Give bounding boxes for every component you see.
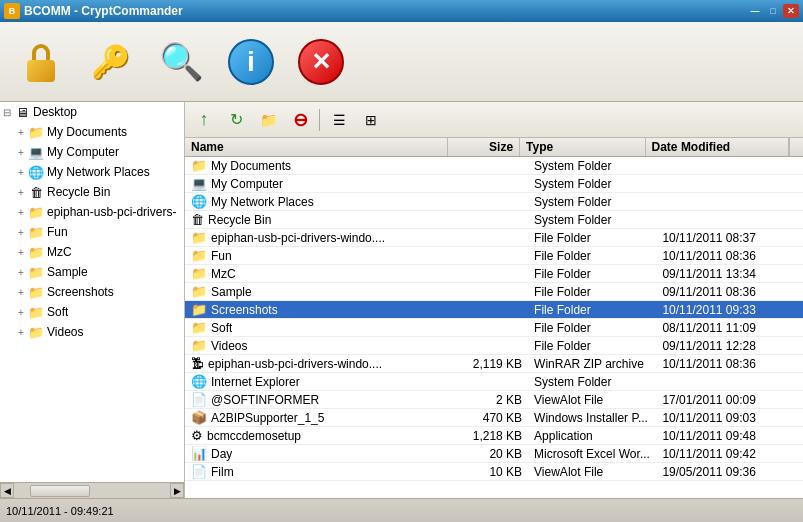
file-icon: 📄 bbox=[191, 392, 207, 407]
table-row[interactable]: 📄Film10 KBViewAlot File19/05/2011 09:36 bbox=[185, 463, 803, 481]
cell-type: File Folder bbox=[528, 266, 656, 282]
table-row[interactable]: ⚙bcmccdemosetup1,218 KBApplication10/11/… bbox=[185, 427, 803, 445]
tree-expand-icon[interactable]: + bbox=[14, 205, 28, 219]
col-header-size[interactable]: Size bbox=[448, 138, 520, 156]
tree-item-desktop[interactable]: ⊟🖥Desktop bbox=[0, 102, 184, 122]
navigate-up-button[interactable]: ↑ bbox=[189, 106, 219, 134]
search-button[interactable] bbox=[150, 31, 212, 93]
file-name: Internet Explorer bbox=[211, 375, 300, 389]
cell-size bbox=[454, 309, 528, 311]
col-header-spacer bbox=[789, 138, 803, 156]
table-row[interactable]: 🌐Internet ExplorerSystem Folder bbox=[185, 373, 803, 391]
cell-type: System Folder bbox=[528, 212, 656, 228]
table-row[interactable]: 📁SoftFile Folder08/11/2011 11:09 bbox=[185, 319, 803, 337]
tree-item-label: Videos bbox=[47, 325, 83, 339]
table-row[interactable]: 💻My ComputerSystem Folder bbox=[185, 175, 803, 193]
table-row[interactable]: 📦A2BIPSupporter_1_5470 KBWindows Install… bbox=[185, 409, 803, 427]
table-row[interactable]: 📁My DocumentsSystem Folder bbox=[185, 157, 803, 175]
left-horizontal-scrollbar[interactable]: ◀ ▶ bbox=[0, 482, 184, 498]
tree-item-my-network[interactable]: +🌐My Network Places bbox=[0, 162, 184, 182]
tree-item-recycle-bin[interactable]: +🗑Recycle Bin bbox=[0, 182, 184, 202]
table-row[interactable]: 🗜epiphan-usb-pci-drivers-windo....2,119 … bbox=[185, 355, 803, 373]
tree-expand-icon[interactable]: + bbox=[14, 285, 28, 299]
cell-date: 08/11/2011 11:09 bbox=[656, 320, 803, 336]
cell-date: 09/11/2011 08:36 bbox=[656, 284, 803, 300]
scroll-left-btn[interactable]: ◀ bbox=[0, 483, 14, 498]
table-row[interactable]: 📄@SOFTINFORMER2 KBViewAlot File17/01/201… bbox=[185, 391, 803, 409]
tree-item-epiphan[interactable]: +📁epiphan-usb-pci-drivers- bbox=[0, 202, 184, 222]
table-row[interactable]: 📁SampleFile Folder09/11/2011 08:36 bbox=[185, 283, 803, 301]
table-row[interactable]: 📁MzCFile Folder09/11/2011 13:34 bbox=[185, 265, 803, 283]
tree-item-label: Desktop bbox=[33, 105, 77, 119]
file-icon: 📦 bbox=[191, 410, 207, 425]
tree-expand-icon[interactable]: + bbox=[14, 225, 28, 239]
file-name: My Network Places bbox=[211, 195, 314, 209]
file-icon: 📁 bbox=[191, 302, 207, 317]
cell-type: WinRAR ZIP archive bbox=[528, 356, 656, 372]
file-name: Film bbox=[211, 465, 234, 479]
exit-button[interactable]: ✕ bbox=[290, 31, 352, 93]
table-row[interactable]: 📁ScreenshotsFile Folder10/11/2011 09:33 bbox=[185, 301, 803, 319]
thumbnail-view-button[interactable]: ⊞ bbox=[356, 106, 386, 134]
table-row[interactable]: 🌐My Network PlacesSystem Folder bbox=[185, 193, 803, 211]
delete-button[interactable]: ⊖ bbox=[285, 106, 315, 134]
tree-item-fun[interactable]: +📁Fun bbox=[0, 222, 184, 242]
cell-date bbox=[656, 183, 803, 185]
table-row[interactable]: 📁epiphan-usb-pci-drivers-windo....File F… bbox=[185, 229, 803, 247]
cell-size bbox=[454, 381, 528, 383]
scroll-thumb[interactable] bbox=[30, 485, 90, 497]
file-icon: 📁 bbox=[191, 320, 207, 335]
close-button[interactable]: ✕ bbox=[783, 4, 799, 18]
col-header-type[interactable]: Type bbox=[520, 138, 645, 156]
tree-expand-icon[interactable]: + bbox=[14, 265, 28, 279]
file-icon: ⚙ bbox=[191, 428, 203, 443]
tree-expand-icon[interactable]: + bbox=[14, 185, 28, 199]
refresh-button[interactable]: ↻ bbox=[221, 106, 251, 134]
table-row[interactable]: 📁VideosFile Folder09/11/2011 12:28 bbox=[185, 337, 803, 355]
col-header-date[interactable]: Date Modified bbox=[646, 138, 789, 156]
scroll-right-btn[interactable]: ▶ bbox=[170, 483, 184, 498]
info-icon: i bbox=[228, 39, 274, 85]
details-view-button[interactable]: ☰ bbox=[324, 106, 354, 134]
cell-type: System Folder bbox=[528, 176, 656, 192]
lock-button[interactable] bbox=[10, 31, 72, 93]
info-icon-wrap: i bbox=[227, 38, 275, 86]
tree-expand-icon[interactable]: ⊟ bbox=[0, 105, 14, 119]
cell-date: 10/11/2011 08:36 bbox=[656, 356, 803, 372]
cell-date: 10/11/2011 08:36 bbox=[656, 248, 803, 264]
table-row[interactable]: 📁FunFile Folder10/11/2011 08:36 bbox=[185, 247, 803, 265]
window-controls: — □ ✕ bbox=[747, 4, 799, 18]
tree-expand-icon[interactable]: + bbox=[14, 245, 28, 259]
tree-expand-icon[interactable]: + bbox=[14, 145, 28, 159]
file-name: MzC bbox=[211, 267, 236, 281]
lock-icon-wrap bbox=[17, 38, 65, 86]
new-folder-button[interactable]: 📁 bbox=[253, 106, 283, 134]
cell-type: System Folder bbox=[528, 158, 656, 174]
table-row[interactable]: 📊Day20 KBMicrosoft Excel Wor...10/11/201… bbox=[185, 445, 803, 463]
tree-expand-icon[interactable]: + bbox=[14, 325, 28, 339]
cell-date: 10/11/2011 09:03 bbox=[656, 410, 803, 426]
tree-item-mzc[interactable]: +📁MzC bbox=[0, 242, 184, 262]
tree-item-icon: 📁 bbox=[28, 224, 44, 240]
col-header-name[interactable]: Name bbox=[185, 138, 448, 156]
tree-expand-icon[interactable]: + bbox=[14, 165, 28, 179]
info-button[interactable]: i bbox=[220, 31, 282, 93]
tree-item-videos[interactable]: +📁Videos bbox=[0, 322, 184, 342]
minimize-button[interactable]: — bbox=[747, 4, 763, 18]
tree-expand-icon[interactable]: + bbox=[14, 305, 28, 319]
cell-name: 📦A2BIPSupporter_1_5 bbox=[185, 409, 454, 426]
tree-item-icon: 📁 bbox=[28, 264, 44, 280]
tree-expand-icon[interactable]: + bbox=[14, 125, 28, 139]
file-name: Screenshots bbox=[211, 303, 278, 317]
table-row[interactable]: 🗑Recycle BinSystem Folder bbox=[185, 211, 803, 229]
tree-item-soft[interactable]: +📁Soft bbox=[0, 302, 184, 322]
tree-item-sample[interactable]: +📁Sample bbox=[0, 262, 184, 282]
cell-type: System Folder bbox=[528, 374, 656, 390]
file-icon: 📁 bbox=[191, 338, 207, 353]
key-button[interactable] bbox=[80, 31, 142, 93]
maximize-button[interactable]: □ bbox=[765, 4, 781, 18]
tree-item-my-documents[interactable]: +📁My Documents bbox=[0, 122, 184, 142]
file-icon: 🌐 bbox=[191, 194, 207, 209]
tree-item-screenshots[interactable]: +📁Screenshots bbox=[0, 282, 184, 302]
tree-item-my-computer[interactable]: +💻My Computer bbox=[0, 142, 184, 162]
